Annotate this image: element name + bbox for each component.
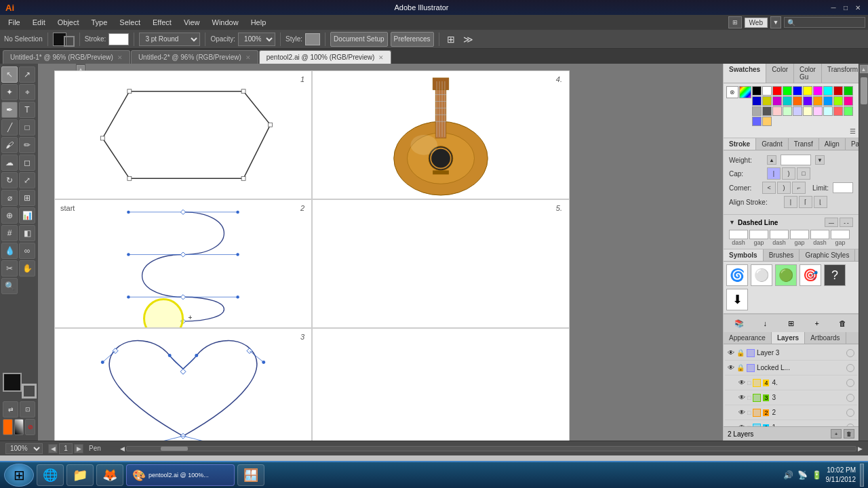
zoom-select[interactable]: 100% — [5, 443, 43, 454]
column-graph-tool[interactable]: 📊 — [19, 207, 35, 224]
tab-brushes[interactable]: Brushes — [764, 249, 800, 261]
swatch-gradient[interactable] — [739, 86, 751, 98]
symbol-4[interactable]: 🎯 — [800, 264, 821, 286]
rect-tool[interactable]: □ — [19, 119, 35, 136]
swatch-#00cc00[interactable] — [844, 86, 853, 96]
swatch-#ff6600[interactable] — [793, 96, 802, 106]
gradient-tool[interactable]: ◧ — [19, 225, 35, 241]
cap-round[interactable]: ) — [782, 167, 795, 180]
symbol-6[interactable]: ⬇ — [726, 289, 748, 310]
tab-transform2[interactable]: Transf — [789, 138, 819, 150]
more-settings-icon[interactable]: ≫ — [460, 32, 476, 47]
tray-icon-3[interactable]: 🔋 — [812, 470, 822, 480]
h-scrollbar[interactable] — [126, 446, 856, 451]
gap3-input[interactable] — [831, 230, 850, 239]
layer-3-circle[interactable] — [846, 394, 854, 402]
swatch-#aaaaaa[interactable] — [752, 106, 762, 116]
close-button[interactable]: ✕ — [853, 3, 863, 12]
maximize-button[interactable]: □ — [841, 3, 850, 12]
layer-locked[interactable]: 👁 🔒 Locked L... — [725, 361, 857, 375]
tab-pathfinder[interactable]: Pathfi — [846, 138, 859, 150]
swatch-#0099ff[interactable] — [823, 96, 833, 106]
opacity-dropdown[interactable]: 100% — [238, 33, 275, 46]
show-desktop-btn[interactable] — [860, 464, 864, 487]
symbol-del-icon[interactable]: 🗑 — [837, 317, 849, 329]
tab-gradient[interactable]: Gradnt — [756, 138, 789, 150]
preferences-button[interactable]: Preferences — [391, 32, 434, 47]
menu-file[interactable]: File — [3, 17, 26, 28]
swatch-#cc0000[interactable] — [833, 86, 843, 96]
free-transform-tool[interactable]: ⊞ — [19, 190, 35, 206]
swatch-#ffccff[interactable] — [813, 106, 823, 116]
taskbar-app-chrome[interactable]: 🌐 — [37, 464, 64, 486]
tab-layers[interactable]: Layers — [772, 332, 805, 344]
web-dropdown[interactable]: ▼ — [770, 16, 781, 28]
color-mode[interactable] — [3, 419, 13, 435]
zoom-tool[interactable]: 🔍 — [1, 278, 18, 294]
weight-down-btn[interactable]: ▼ — [815, 155, 825, 165]
cap-square[interactable]: □ — [797, 167, 810, 180]
page-input[interactable] — [59, 443, 73, 454]
tab-artboards[interactable]: Artboards — [805, 332, 846, 344]
layer-lock2[interactable]: 🔒 — [736, 364, 745, 371]
swatch-#00ff00[interactable] — [783, 86, 792, 96]
search-bar[interactable]: 🔍 — [784, 17, 865, 28]
swatch-#ccccff[interactable] — [793, 106, 802, 116]
limit-input[interactable] — [833, 182, 853, 193]
scale-tool[interactable]: ⤢ — [19, 172, 35, 188]
pencil-tool[interactable]: ✏ — [19, 137, 35, 153]
swatch-#555555[interactable] — [762, 106, 772, 116]
selection-tool[interactable]: ↖ — [1, 66, 18, 83]
tab-align[interactable]: Align — [819, 138, 846, 150]
stroke-color[interactable] — [64, 36, 75, 47]
layer-lock[interactable]: 🔒 — [736, 349, 745, 357]
menu-edit[interactable]: Edit — [27, 17, 51, 28]
scroll-left-btn[interactable]: ◀ — [120, 445, 125, 452]
cap-butt[interactable]: | — [767, 167, 781, 180]
symbol-place-icon[interactable]: ↓ — [759, 317, 771, 329]
blend-tool[interactable]: ∞ — [19, 243, 35, 259]
swatch-#0000ff[interactable] — [793, 86, 802, 96]
scroll-right-btn[interactable]: ▶ — [858, 445, 863, 452]
dash3-input[interactable] — [810, 230, 829, 239]
menu-select[interactable]: Select — [114, 17, 146, 28]
layer-layer3[interactable]: 👁 🔒 Layer 3 — [725, 346, 857, 361]
symbol-3[interactable]: 🟢 — [775, 264, 797, 286]
swatch-#cc00cc[interactable] — [772, 96, 782, 106]
swatch-#00ffff[interactable] — [823, 86, 833, 96]
align-center[interactable]: | — [784, 196, 797, 208]
menu-window[interactable]: Window — [207, 17, 244, 28]
layer-eye[interactable]: 👁 — [728, 349, 734, 357]
menu-view[interactable]: View — [178, 17, 205, 28]
document-setup-button[interactable]: Document Setup — [330, 32, 388, 47]
paintbrush-tool[interactable]: 🖌 — [1, 137, 18, 153]
tab-untitled2[interactable]: Untitled-2* @ 96% (RGB/Preview) ✕ — [131, 50, 258, 64]
direct-selection-tool[interactable]: ↗ — [19, 66, 35, 83]
stroke-size-dropdown[interactable]: 3 pt Round — [139, 33, 200, 46]
swatch-#ffffcc[interactable] — [803, 106, 812, 116]
swatch-#6600ff[interactable] — [803, 96, 812, 106]
swatch-#ff6666[interactable] — [833, 106, 843, 116]
swatch-#ffff00[interactable] — [803, 86, 812, 96]
none-mode[interactable]: ⊘ — [25, 419, 35, 435]
tab-appearance[interactable]: Appearance — [724, 332, 772, 344]
taskbar-app-windows[interactable]: 🪟 — [237, 464, 264, 486]
weight-up-btn[interactable]: ▲ — [767, 155, 776, 165]
tray-icon-1[interactable]: 🔊 — [783, 470, 793, 480]
swatch-#ffcccc[interactable] — [772, 106, 782, 116]
layer-1[interactable]: 👁 □ 1 1 — [725, 420, 857, 426]
taskbar-clock[interactable]: 10:02 PM 9/11/2012 — [826, 466, 856, 485]
magic-wand-tool[interactable]: ✦ — [1, 84, 18, 100]
swap-colors[interactable]: ⇄ — [3, 401, 18, 418]
swatch-#ff0000[interactable] — [772, 86, 782, 96]
right-scrollbar[interactable]: ▲ ▼ — [859, 64, 868, 441]
tab-swatches[interactable]: Swatches — [724, 64, 766, 83]
swatch-#6666ff[interactable] — [752, 117, 762, 126]
menu-type[interactable]: Type — [86, 17, 113, 28]
blob-brush-tool[interactable]: ☁ — [1, 155, 18, 171]
tab-transform[interactable]: Transform — [822, 64, 859, 83]
next-page-btn[interactable]: ▶ — [74, 444, 83, 453]
fill-box[interactable] — [3, 373, 22, 392]
taskbar-app-explorer[interactable]: 📁 — [66, 464, 94, 486]
swatch-#99ff00[interactable] — [833, 96, 843, 106]
